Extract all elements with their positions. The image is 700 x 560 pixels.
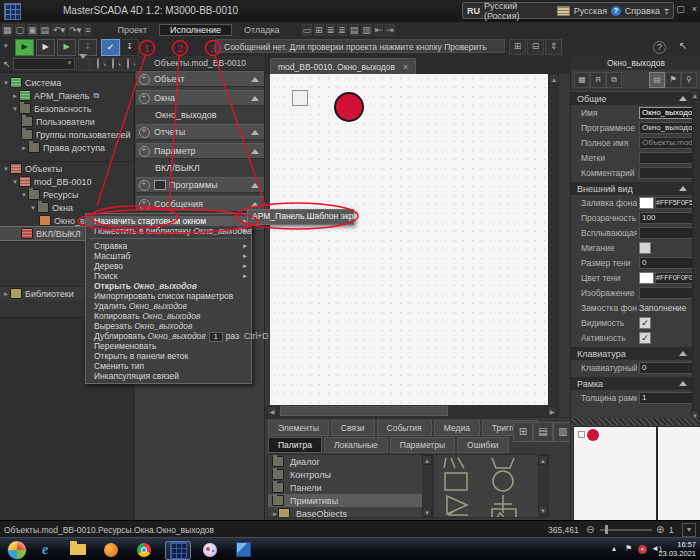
property-input[interactable]	[639, 167, 695, 179]
taskbar-3d-app-icon[interactable]	[231, 541, 255, 558]
menu-item[interactable]: Импортировать список параметров	[86, 291, 251, 301]
collapse-icon[interactable]	[679, 96, 687, 101]
property-checkbox[interactable]	[639, 242, 651, 254]
layout-rows-icon[interactable]: ▤	[533, 422, 553, 442]
mode-tab[interactable]: Проект	[107, 25, 157, 35]
expander-icon[interactable]	[12, 93, 19, 99]
property-input[interactable]: Окно_выходов	[639, 107, 695, 119]
add-icon[interactable]	[139, 93, 150, 104]
panel-resize-handle[interactable]	[571, 418, 700, 425]
align-icon[interactable]: ▭	[302, 24, 313, 36]
primitive-shapes[interactable]	[434, 455, 548, 517]
hscroll-thumb[interactable]	[280, 406, 448, 416]
align-icon[interactable]: ⇤	[374, 24, 384, 36]
menu-item[interactable]: Масштаб	[86, 251, 251, 261]
fit-view-icon[interactable]: ▼	[682, 523, 696, 537]
section-row[interactable]: Окна	[136, 90, 264, 106]
events-filter-icon[interactable]: ⚲	[681, 72, 697, 88]
taskbar-clock[interactable]: 16:57 23.03.2021	[658, 540, 696, 558]
add-icon[interactable]	[139, 180, 150, 191]
property-group-header[interactable]: Внешний вид	[571, 182, 695, 195]
editor-tab[interactable]: mod_BB-0010. Окно_выходов ×	[270, 58, 416, 75]
property-checkbox[interactable]	[639, 332, 651, 344]
start-window-submenu-item[interactable]: АРМ_Панель.Шаблон экрана	[247, 209, 354, 225]
property-group-header[interactable]: Клавиатура	[571, 347, 695, 360]
toolbar-icon[interactable]: ▦	[2, 24, 13, 36]
menu-item[interactable]: Удалить Окно_выходов	[86, 301, 251, 311]
section-row[interactable]: Сообщения	[136, 196, 264, 212]
property-input[interactable]: 100	[639, 212, 695, 224]
palette-item[interactable]: BaseObjects	[268, 507, 432, 518]
toolbar-icon[interactable]: ▢	[15, 24, 26, 36]
taskbar-media-icon[interactable]	[99, 541, 123, 558]
canvas-hscrollbar[interactable]: ◀ ▶	[265, 405, 559, 417]
expander-icon[interactable]	[30, 205, 37, 211]
close-button[interactable]: ×	[692, 4, 697, 14]
search-dropdown-icon[interactable]: ▼	[67, 60, 73, 66]
color-swatch[interactable]	[639, 272, 654, 284]
check-project-button[interactable]: ✓	[101, 39, 120, 56]
taskbar-explorer-icon[interactable]	[66, 541, 90, 558]
palette-tab[interactable]: Параметры	[390, 437, 455, 453]
start-button[interactable]: ▶	[15, 39, 34, 56]
help-icon[interactable]: ?	[611, 6, 621, 16]
tree-item[interactable]: Права доступа	[0, 141, 135, 154]
property-input[interactable]	[639, 287, 695, 299]
expander-icon[interactable]	[3, 291, 10, 297]
palette-item[interactable]: Примитивы	[268, 494, 432, 507]
monitor-icon[interactable]: ▦	[574, 72, 590, 88]
taskbar-ie-icon[interactable]: e	[33, 541, 57, 558]
layers-icon[interactable]: ⧉	[606, 72, 622, 88]
window-canvas[interactable]	[270, 74, 548, 405]
menu-item[interactable]: Открыть Окно_выходов	[86, 281, 251, 291]
zoom-out-icon[interactable]: ⊖	[586, 524, 594, 535]
menu-item[interactable]: Дублировать Окно_выходов1разCtrl+D	[86, 331, 251, 341]
properties-view-icon[interactable]: ▤	[649, 72, 665, 88]
palette-item[interactable]: Панели	[268, 481, 432, 494]
scroll-down-icon[interactable]: ▼	[538, 505, 548, 515]
tree-item[interactable]: Группы пользователей	[0, 128, 135, 141]
collapse-icon[interactable]	[251, 183, 259, 188]
shapes-scrollbar[interactable]: ▲ ▼	[538, 455, 548, 517]
scroll-down-icon[interactable]: ▼	[422, 507, 432, 517]
collapse-icon[interactable]	[679, 351, 687, 356]
menu-item[interactable]: Дерево	[86, 261, 251, 271]
search-icon[interactable]	[91, 58, 105, 71]
color-swatch[interactable]	[639, 197, 654, 209]
mode-tab[interactable]: Исполнение	[159, 24, 232, 36]
palette-item[interactable]: Контролы	[268, 468, 432, 481]
add-icon[interactable]	[139, 74, 150, 85]
align-icon[interactable]: ≣	[326, 24, 336, 36]
align-icon[interactable]: ⇥	[385, 24, 395, 36]
add-icon[interactable]	[139, 127, 150, 138]
message-log-icon[interactable]: ⊟	[527, 39, 544, 55]
language-name[interactable]: Русский (Россия)	[484, 1, 553, 21]
scroll-up-icon[interactable]: ▲	[691, 90, 699, 100]
palette-tab[interactable]: Ошибки	[457, 437, 509, 453]
align-icon[interactable]: ▥	[361, 24, 372, 36]
section-row[interactable]: ВКЛ/ВЫКЛ	[135, 162, 265, 174]
restore-button[interactable]: ▢	[676, 4, 685, 14]
taskbar-masterscada-icon[interactable]	[165, 541, 191, 560]
window-thumbnail[interactable]	[573, 426, 657, 521]
property-input[interactable]: 1	[639, 392, 695, 404]
collapse-icon[interactable]	[679, 381, 687, 386]
tray-flag-icon[interactable]: ⚑	[625, 544, 632, 553]
property-checkbox[interactable]	[639, 317, 651, 329]
menu-item[interactable]: Инкапсуляция связей	[86, 371, 251, 381]
property-group-header[interactable]: Общие	[571, 92, 695, 105]
palette-item[interactable]: Диалог	[268, 455, 432, 468]
property-group-header[interactable]: Рамка	[571, 377, 695, 390]
taskbar-chrome-icon[interactable]	[132, 541, 156, 558]
toolbar-icon[interactable]: ▣	[27, 24, 38, 36]
menu-item[interactable]: Назначить стартовым окном	[86, 216, 251, 226]
tree-item[interactable]: Безопасность	[0, 102, 135, 115]
tree-cursor-icon[interactable]: ↖	[3, 59, 11, 69]
tree-item[interactable]: Пользователи	[0, 115, 135, 128]
collapse-icon[interactable]	[251, 130, 259, 135]
color-hex-value[interactable]: #FFF0F0F0	[655, 272, 693, 284]
zoom-in-icon[interactable]	[106, 58, 120, 71]
collapse-icon[interactable]	[251, 77, 259, 82]
tree-item[interactable]: mod_BB-0010	[0, 175, 135, 188]
color-hex-value[interactable]: #FFF5F0F5	[655, 197, 693, 209]
